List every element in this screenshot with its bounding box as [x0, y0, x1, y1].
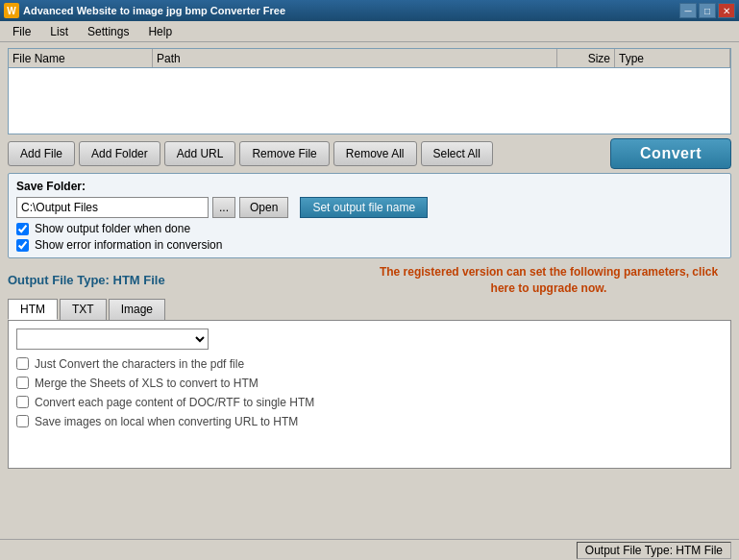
window-controls: ─ □ ✕: [679, 3, 735, 18]
tab-dropdown-row: [16, 329, 723, 350]
merge-sheets-label: Merge the Sheets of XLS to convert to HT…: [35, 377, 259, 390]
just-convert-label: Just Convert the characters in the pdf f…: [35, 357, 244, 371]
convert-each-page-label: Convert each page content of DOC/RTF to …: [35, 396, 314, 409]
tab-htm[interactable]: HTM: [8, 299, 58, 320]
show-error-info-checkbox[interactable]: [16, 239, 29, 252]
open-folder-button[interactable]: Open: [239, 197, 288, 218]
just-convert-checkbox[interactable]: [16, 357, 29, 370]
tabs-container: HTM TXT Image Just Convert the character…: [8, 299, 731, 469]
tab-list: HTM TXT Image: [8, 299, 731, 320]
menu-help[interactable]: Help: [139, 22, 181, 41]
maximize-button[interactable]: □: [699, 3, 716, 18]
merge-sheets-checkbox[interactable]: [16, 377, 29, 389]
status-bar: Output File Type: HTM File: [0, 539, 739, 560]
toolbar: Add File Add Folder Add URL Remove File …: [8, 138, 731, 169]
add-url-button[interactable]: Add URL: [164, 141, 236, 166]
save-folder-section: Save Folder: ... Open Set output file na…: [8, 173, 731, 258]
file-list-container: File Name Path Size Type: [8, 48, 731, 134]
col-header-path: Path: [153, 49, 557, 67]
save-images-checkbox[interactable]: [16, 415, 29, 427]
browse-button[interactable]: ...: [212, 197, 235, 218]
col-header-size: Size: [557, 49, 615, 67]
menu-bar: File List Settings Help: [0, 21, 739, 42]
col-header-type: Type: [615, 49, 730, 67]
tab-content: Just Convert the characters in the pdf f…: [8, 320, 731, 469]
menu-file[interactable]: File: [4, 22, 39, 41]
save-folder-label: Save Folder:: [16, 180, 723, 193]
output-type-row: Output File Type: HTM File The registere…: [8, 264, 731, 297]
menu-list[interactable]: List: [41, 22, 77, 41]
add-file-button[interactable]: Add File: [8, 141, 75, 166]
tab-cb-row-1: Merge the Sheets of XLS to convert to HT…: [16, 377, 723, 390]
title-bar-left: W Advanced Website to image jpg bmp Conv…: [4, 3, 285, 18]
tab-image[interactable]: Image: [109, 299, 165, 320]
set-output-button[interactable]: Set output file name: [300, 197, 428, 218]
output-type-label: Output File Type: HTM File: [8, 273, 165, 287]
save-images-label: Save images on local when converting URL…: [35, 415, 298, 428]
show-output-folder-row: Show output folder when done: [16, 222, 723, 235]
remove-file-button[interactable]: Remove File: [239, 141, 329, 166]
convert-button[interactable]: Convert: [610, 138, 731, 169]
show-output-folder-checkbox[interactable]: [16, 223, 29, 235]
app-icon: W: [4, 3, 19, 18]
add-folder-button[interactable]: Add Folder: [79, 141, 160, 166]
remove-all-button[interactable]: Remove All: [333, 141, 417, 166]
title-bar: W Advanced Website to image jpg bmp Conv…: [0, 0, 739, 21]
file-list-body: [9, 68, 730, 134]
status-text: Output File Type: HTM File: [577, 542, 731, 559]
close-button[interactable]: ✕: [718, 3, 735, 18]
show-error-info-label: Show error information in conversion: [35, 238, 222, 252]
tab-dropdown[interactable]: [16, 329, 209, 350]
tab-cb-row-0: Just Convert the characters in the pdf f…: [16, 357, 723, 371]
convert-each-page-checkbox[interactable]: [16, 396, 29, 408]
upgrade-notice[interactable]: The registered version can set the follo…: [366, 264, 731, 297]
select-all-button[interactable]: Select All: [421, 141, 493, 166]
menu-settings[interactable]: Settings: [79, 22, 137, 41]
tab-cb-row-2: Convert each page content of DOC/RTF to …: [16, 396, 723, 409]
col-header-filename: File Name: [9, 49, 153, 67]
tab-txt[interactable]: TXT: [60, 299, 107, 320]
save-folder-row: ... Open Set output file name: [16, 197, 723, 218]
tab-cb-row-3: Save images on local when converting URL…: [16, 415, 723, 428]
minimize-button[interactable]: ─: [679, 3, 697, 18]
save-folder-input[interactable]: [16, 197, 209, 218]
show-output-folder-label: Show output folder when done: [35, 222, 190, 235]
show-error-info-row: Show error information in conversion: [16, 238, 723, 252]
file-list-header: File Name Path Size Type: [9, 49, 730, 68]
app-title: Advanced Website to image jpg bmp Conver…: [23, 5, 285, 16]
